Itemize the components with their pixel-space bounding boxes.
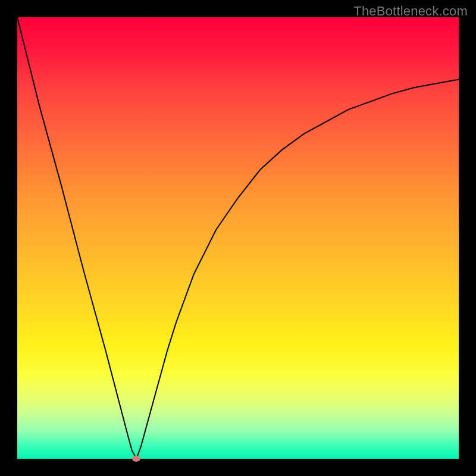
bottleneck-curve: [17, 17, 459, 459]
plot-area: [17, 17, 459, 459]
chart-frame: TheBottleneck.com: [0, 0, 476, 476]
curve-path: [17, 17, 459, 459]
min-marker: [132, 456, 140, 462]
